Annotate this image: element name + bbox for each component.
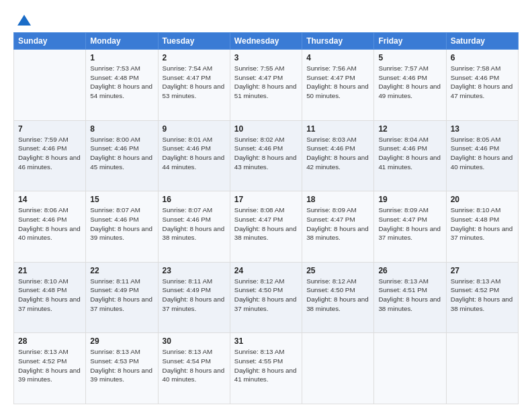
day-info: Sunrise: 8:05 AMSunset: 4:46 PMDaylight:… [451,135,514,172]
day-info: Sunrise: 8:13 AMSunset: 4:52 PMDaylight:… [18,347,81,384]
day-info: Sunrise: 8:13 AMSunset: 4:55 PMDaylight:… [234,347,298,384]
header-day-thursday: Thursday [302,33,374,50]
svg-marker-0 [17,15,31,26]
day-number: 29 [90,336,153,346]
day-number: 6 [451,53,514,62]
week-row-4: 28Sunrise: 8:13 AMSunset: 4:52 PMDayligh… [14,333,519,404]
day-info: Sunrise: 8:04 AMSunset: 4:46 PMDaylight:… [378,135,441,172]
day-number: 18 [306,195,369,204]
day-cell: 4Sunrise: 7:56 AMSunset: 4:47 PMDaylight… [302,50,374,121]
day-cell: 27Sunrise: 8:13 AMSunset: 4:52 PMDayligh… [446,262,518,333]
day-info: Sunrise: 8:13 AMSunset: 4:52 PMDaylight:… [451,277,514,314]
day-number: 11 [306,124,369,134]
day-cell [302,333,374,404]
day-info: Sunrise: 8:08 AMSunset: 4:47 PMDaylight:… [234,205,298,242]
header-day-friday: Friday [374,33,446,50]
day-cell: 13Sunrise: 8:05 AMSunset: 4:46 PMDayligh… [446,120,518,191]
week-row-0: 1Sunrise: 7:53 AMSunset: 4:48 PMDaylight… [14,50,519,121]
day-info: Sunrise: 8:11 AMSunset: 4:49 PMDaylight:… [163,277,226,314]
logo [13,12,34,28]
day-number: 16 [163,195,226,204]
day-info: Sunrise: 8:12 AMSunset: 4:50 PMDaylight:… [234,277,298,314]
day-number: 12 [378,124,441,134]
day-info: Sunrise: 7:56 AMSunset: 4:47 PMDaylight:… [306,64,369,101]
day-cell: 17Sunrise: 8:08 AMSunset: 4:47 PMDayligh… [230,191,302,263]
calendar-page: SundayMondayTuesdayWednesdayThursdayFrid… [0,0,532,411]
day-cell: 10Sunrise: 8:02 AMSunset: 4:46 PMDayligh… [230,120,302,191]
day-number: 1 [90,53,153,62]
day-cell: 24Sunrise: 8:12 AMSunset: 4:50 PMDayligh… [230,262,302,333]
day-cell: 8Sunrise: 8:00 AMSunset: 4:46 PMDaylight… [86,120,158,191]
day-info: Sunrise: 8:10 AMSunset: 4:48 PMDaylight:… [18,277,81,314]
day-cell: 6Sunrise: 7:58 AMSunset: 4:46 PMDaylight… [446,50,518,121]
day-info: Sunrise: 7:57 AMSunset: 4:46 PMDaylight:… [378,64,441,101]
day-number: 15 [90,195,153,204]
page-header [13,12,519,28]
day-cell: 15Sunrise: 8:07 AMSunset: 4:46 PMDayligh… [86,191,158,263]
calendar-body: 1Sunrise: 7:53 AMSunset: 4:48 PMDaylight… [14,50,519,404]
day-cell: 11Sunrise: 8:03 AMSunset: 4:46 PMDayligh… [302,120,374,191]
day-cell: 20Sunrise: 8:10 AMSunset: 4:48 PMDayligh… [446,191,518,263]
day-info: Sunrise: 8:03 AMSunset: 4:46 PMDaylight:… [306,135,369,172]
week-row-1: 7Sunrise: 7:59 AMSunset: 4:46 PMDaylight… [14,120,519,191]
day-number: 23 [163,266,226,275]
day-info: Sunrise: 8:12 AMSunset: 4:50 PMDaylight:… [306,277,369,314]
day-info: Sunrise: 7:53 AMSunset: 4:48 PMDaylight:… [90,64,153,101]
header-day-tuesday: Tuesday [158,33,230,50]
day-cell [14,50,86,121]
day-cell: 19Sunrise: 8:09 AMSunset: 4:47 PMDayligh… [374,191,446,263]
day-number: 21 [18,266,81,275]
day-info: Sunrise: 8:00 AMSunset: 4:46 PMDaylight:… [90,135,153,172]
day-cell [374,333,446,404]
day-number: 24 [234,266,298,275]
day-cell [446,333,518,404]
day-number: 26 [378,266,441,275]
day-info: Sunrise: 8:02 AMSunset: 4:46 PMDaylight:… [234,135,298,172]
day-info: Sunrise: 8:13 AMSunset: 4:51 PMDaylight:… [378,277,441,314]
day-number: 10 [234,124,298,134]
header-day-saturday: Saturday [446,33,518,50]
day-number: 19 [378,195,441,204]
day-info: Sunrise: 8:13 AMSunset: 4:54 PMDaylight:… [163,347,226,384]
day-info: Sunrise: 8:10 AMSunset: 4:48 PMDaylight:… [451,205,514,242]
week-row-2: 14Sunrise: 8:06 AMSunset: 4:46 PMDayligh… [14,191,519,263]
day-info: Sunrise: 8:07 AMSunset: 4:46 PMDaylight:… [90,205,153,242]
day-number: 8 [90,124,153,134]
day-cell: 22Sunrise: 8:11 AMSunset: 4:49 PMDayligh… [86,262,158,333]
header-day-sunday: Sunday [14,33,86,50]
day-number: 22 [90,266,153,275]
day-cell: 12Sunrise: 8:04 AMSunset: 4:46 PMDayligh… [374,120,446,191]
day-cell: 23Sunrise: 8:11 AMSunset: 4:49 PMDayligh… [158,262,230,333]
day-number: 30 [163,336,226,346]
day-info: Sunrise: 8:13 AMSunset: 4:53 PMDaylight:… [90,347,153,384]
day-number: 7 [18,124,81,134]
day-number: 20 [451,195,514,204]
day-info: Sunrise: 8:09 AMSunset: 4:47 PMDaylight:… [306,205,369,242]
header-row: SundayMondayTuesdayWednesdayThursdayFrid… [14,33,519,50]
calendar-table: SundayMondayTuesdayWednesdayThursdayFrid… [13,32,519,404]
day-number: 25 [306,266,369,275]
day-number: 9 [163,124,226,134]
day-info: Sunrise: 7:58 AMSunset: 4:46 PMDaylight:… [451,64,514,101]
day-number: 14 [18,195,81,204]
day-cell: 7Sunrise: 7:59 AMSunset: 4:46 PMDaylight… [14,120,86,191]
day-number: 28 [18,336,81,346]
calendar-header: SundayMondayTuesdayWednesdayThursdayFrid… [14,33,519,50]
day-cell: 29Sunrise: 8:13 AMSunset: 4:53 PMDayligh… [86,333,158,404]
day-cell: 14Sunrise: 8:06 AMSunset: 4:46 PMDayligh… [14,191,86,263]
day-info: Sunrise: 8:07 AMSunset: 4:46 PMDaylight:… [163,205,226,242]
day-cell: 2Sunrise: 7:54 AMSunset: 4:47 PMDaylight… [158,50,230,121]
day-cell: 21Sunrise: 8:10 AMSunset: 4:48 PMDayligh… [14,262,86,333]
day-cell: 1Sunrise: 7:53 AMSunset: 4:48 PMDaylight… [86,50,158,121]
day-cell: 16Sunrise: 8:07 AMSunset: 4:46 PMDayligh… [158,191,230,263]
day-number: 3 [234,53,298,62]
day-number: 13 [451,124,514,134]
day-number: 4 [306,53,369,62]
day-number: 27 [451,266,514,275]
day-info: Sunrise: 7:54 AMSunset: 4:47 PMDaylight:… [163,64,226,101]
day-number: 31 [234,336,298,346]
logo-icon [15,12,34,31]
day-cell: 25Sunrise: 8:12 AMSunset: 4:50 PMDayligh… [302,262,374,333]
day-number: 17 [234,195,298,204]
day-cell: 3Sunrise: 7:55 AMSunset: 4:47 PMDaylight… [230,50,302,121]
